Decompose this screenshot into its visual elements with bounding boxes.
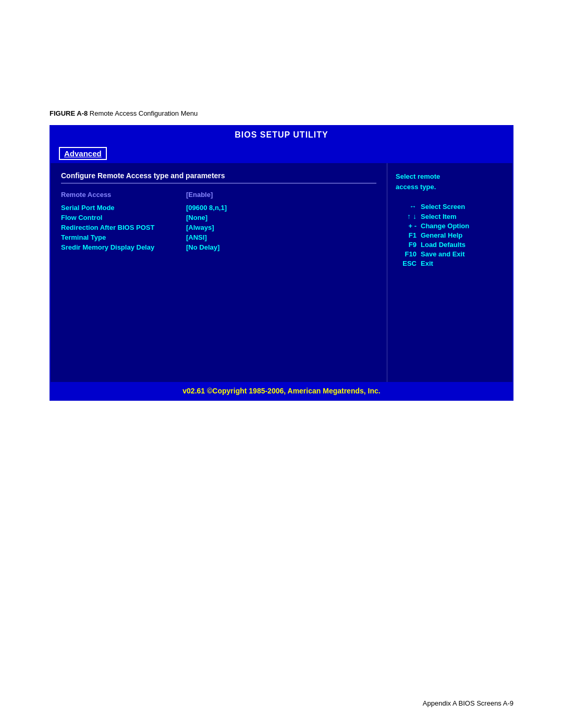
keybind-desc-4: Load Defaults — [421, 241, 466, 249]
remote-access-value: [Enable] — [186, 191, 213, 199]
section-title: Configure Remote Access type and paramet… — [61, 171, 376, 180]
help-text: Select remote access type. — [396, 171, 504, 192]
keybind-key-3: F1 — [396, 231, 417, 239]
keybind-row-5: F10Save and Exit — [396, 250, 504, 258]
setting-label-4: Sredir Memory Display Delay — [61, 243, 186, 251]
bios-title: BIOS SETUP UTILITY — [235, 130, 328, 139]
figure-label-bold: FIGURE A-8 — [50, 109, 88, 117]
keybind-row-4: F9Load Defaults — [396, 241, 504, 249]
setting-value-0: [09600 8,n,1] — [186, 204, 227, 212]
bios-right-panel: Select remote access type. ↔Select Scree… — [387, 163, 512, 382]
bios-window: BIOS SETUP UTILITY Advanced Configure Re… — [50, 125, 513, 401]
keybind-key-1: ↑ ↓ — [396, 212, 417, 220]
setting-label-0: Serial Port Mode — [61, 204, 186, 212]
bios-left-panel: Configure Remote Access type and paramet… — [51, 163, 387, 382]
bios-title-bar: BIOS SETUP UTILITY — [51, 126, 512, 144]
keybind-key-5: F10 — [396, 250, 417, 258]
help-line1: Select remote — [396, 172, 440, 180]
setting-value-4: [No Delay] — [186, 243, 219, 251]
keybind-desc-0: Select Screen — [421, 203, 465, 211]
remote-access-row: Remote Access [Enable] — [61, 191, 376, 199]
setting-value-3: [ANSI] — [186, 233, 207, 241]
page-footer-text: Appendix A BIOS Screens A-9 — [423, 699, 513, 707]
keybind-row-1: ↑ ↓Select Item — [396, 212, 504, 220]
figure-caption: Remote Access Configuration Menu — [90, 109, 198, 117]
setting-label-3: Terminal Type — [61, 233, 186, 241]
bios-footer: v02.61 ©Copyright 1985-2006, American Me… — [51, 382, 512, 400]
setting-row-0: Serial Port Mode[09600 8,n,1] — [61, 204, 376, 212]
keybind-key-4: F9 — [396, 241, 417, 249]
keybind-key-0: ↔ — [396, 202, 417, 211]
keybind-desc-3: General Help — [421, 231, 462, 239]
remote-access-label: Remote Access — [61, 191, 186, 199]
section-divider — [61, 183, 376, 183]
settings-block: Serial Port Mode[09600 8,n,1]Flow Contro… — [61, 204, 376, 251]
keybind-desc-6: Exit — [421, 260, 433, 267]
keybind-row-0: ↔Select Screen — [396, 202, 504, 211]
keybind-desc-1: Select Item — [421, 213, 457, 220]
bios-footer-text: v02.61 ©Copyright 1985-2006, American Me… — [182, 387, 380, 395]
keybind-row-3: F1General Help — [396, 231, 504, 239]
setting-row-1: Flow Control[None] — [61, 214, 376, 221]
keybind-key-2: + - — [396, 222, 417, 230]
advanced-bar: Advanced — [51, 144, 512, 163]
keybind-desc-2: Change Option — [421, 222, 469, 230]
setting-label-2: Redirection After BIOS POST — [61, 224, 186, 231]
setting-row-3: Terminal Type[ANSI] — [61, 233, 376, 241]
page-footer: Appendix A BIOS Screens A-9 — [423, 699, 513, 707]
keybinds-block: ↔Select Screen↑ ↓Select Item+ -Change Op… — [396, 202, 504, 267]
setting-label-1: Flow Control — [61, 214, 186, 221]
setting-row-4: Sredir Memory Display Delay[No Delay] — [61, 243, 376, 251]
figure-label: FIGURE A-8 Remote Access Configuration M… — [50, 109, 198, 117]
keybind-desc-5: Save and Exit — [421, 250, 465, 258]
advanced-label: Advanced — [59, 147, 107, 160]
keybind-key-6: ESC — [396, 260, 417, 267]
setting-value-1: [None] — [186, 214, 207, 221]
keybind-row-2: + -Change Option — [396, 222, 504, 230]
setting-value-2: [Always] — [186, 224, 214, 231]
bios-body: Configure Remote Access type and paramet… — [51, 163, 512, 382]
help-line2: access type. — [396, 183, 436, 191]
keybind-row-6: ESCExit — [396, 260, 504, 267]
setting-row-2: Redirection After BIOS POST[Always] — [61, 224, 376, 231]
